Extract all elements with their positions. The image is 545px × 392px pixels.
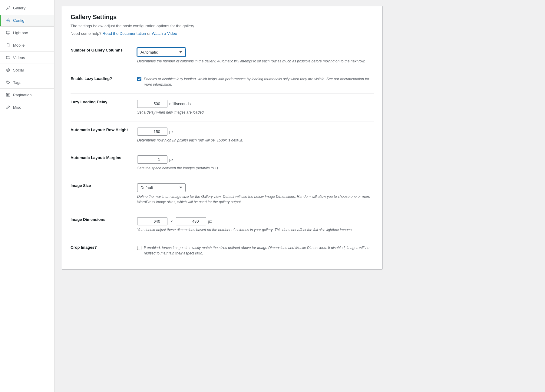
divider-7: [0, 88, 54, 89]
page-title: Gallery Settings: [71, 14, 374, 21]
sidebar-item-lightbox-label: Lightbox: [13, 31, 28, 35]
row-height-desc: Determines how high (in pixels) each row…: [137, 138, 374, 143]
image-dimensions-width-input[interactable]: [137, 217, 167, 225]
image-dimensions-desc: You should adjust these dimensions based…: [137, 227, 374, 233]
sidebar-item-gallery[interactable]: Gallery: [0, 2, 54, 13]
divider-8: [0, 101, 54, 101]
svg-rect-10: [8, 95, 9, 96]
crop-images-checkbox[interactable]: [137, 246, 141, 250]
row-height-label: Automatic Layout: Row Height: [71, 128, 128, 132]
image-size-select[interactable]: Default Thumbnail Medium Large Full Rand…: [137, 183, 186, 192]
svg-rect-8: [8, 94, 9, 95]
watch-video-link[interactable]: Watch a Video: [152, 31, 177, 36]
leaf-icon: [6, 5, 11, 10]
read-docs-link[interactable]: Read the Documentation: [103, 31, 146, 36]
svg-point-3: [8, 46, 8, 46]
lazy-loading-desc: Enables or disables lazy loading, which …: [144, 76, 374, 87]
margins-wrapper: px: [137, 155, 173, 164]
crop-images-checkbox-row: If enabled, forces images to exactly mat…: [137, 245, 374, 256]
sidebar: Gallery Config Lightbox: [0, 0, 54, 392]
divider-1: [0, 14, 54, 14]
row-height-unit: px: [169, 129, 173, 134]
svg-point-5: [7, 81, 8, 82]
crop-images-label: Crop Images?: [71, 245, 97, 250]
gallery-columns-label: Number of Gallery Columns: [71, 48, 123, 52]
image-size-label: Image Size: [71, 183, 91, 188]
sidebar-item-social[interactable]: Social: [0, 65, 54, 75]
margins-input[interactable]: [137, 155, 167, 164]
svg-rect-1: [6, 31, 10, 34]
divider-4: [0, 51, 54, 51]
page-description-line2: Need some help? Read the Documentation o…: [71, 31, 374, 37]
sidebar-item-pagination-label: Pagination: [13, 93, 31, 97]
main-content: Gallery Settings The settings below adju…: [54, 0, 545, 392]
settings-panel: Gallery Settings The settings below adju…: [62, 6, 383, 270]
gallery-columns-select[interactable]: Automatic 123 456: [137, 48, 186, 57]
sidebar-item-pagination[interactable]: Pagination: [0, 89, 54, 100]
row-crop-images: Crop Images? If enabled, forces images t…: [71, 239, 374, 262]
lazy-loading-label: Enable Lazy Loading?: [71, 76, 112, 81]
divider-6: [0, 76, 54, 76]
sidebar-item-tags-label: Tags: [13, 80, 21, 85]
row-gallery-columns: Number of Gallery Columns Automatic 123 …: [71, 42, 374, 70]
row-height-input[interactable]: [137, 128, 167, 136]
lazy-loading-delay-desc: Set a delay when new images are loaded: [137, 110, 374, 115]
svg-rect-4: [6, 56, 9, 59]
monitor-icon: [6, 30, 11, 35]
margins-desc: Sets the space between the images (defau…: [137, 165, 374, 171]
row-image-dimensions: Image Dimensions × px You should adjust …: [71, 211, 374, 239]
lazy-loading-delay-unit: milliseconds: [169, 101, 191, 106]
sidebar-item-mobile[interactable]: Mobile: [0, 40, 54, 51]
lazy-loading-delay-input[interactable]: [137, 100, 167, 108]
sidebar-item-videos-label: Videos: [13, 55, 25, 60]
crop-images-desc: If enabled, forces images to exactly mat…: [144, 245, 374, 256]
divider-2: [0, 26, 54, 27]
settings-table: Number of Gallery Columns Automatic 123 …: [71, 42, 374, 262]
sidebar-item-config-label: Config: [13, 18, 25, 23]
row-lazy-loading-delay: Lazy Loading Delay milliseconds Set a de…: [71, 93, 374, 121]
multiply-sign: ×: [170, 219, 173, 224]
row-height-wrapper: px: [137, 128, 173, 136]
lazy-loading-checkbox[interactable]: [137, 77, 141, 81]
svg-rect-6: [6, 93, 10, 96]
sidebar-item-config[interactable]: Config: [0, 15, 54, 26]
row-row-height: Automatic Layout: Row Height px Determin…: [71, 121, 374, 149]
image-size-desc: Define the maximum image size for the Ga…: [137, 194, 374, 205]
svg-rect-7: [7, 94, 8, 95]
row-image-size: Image Size Default Thumbnail Medium Larg…: [71, 177, 374, 211]
megaphone-icon: [6, 68, 11, 72]
sidebar-item-misc[interactable]: Misc: [0, 102, 54, 113]
sidebar-item-tags[interactable]: Tags: [0, 77, 54, 88]
margins-unit: px: [169, 157, 173, 162]
pagination-icon: [6, 92, 11, 97]
divider-3: [0, 39, 54, 39]
row-margins: Automatic Layout: Margins px Sets the sp…: [71, 149, 374, 177]
sidebar-item-social-label: Social: [13, 68, 24, 72]
lazy-loading-delay-wrapper: milliseconds: [137, 100, 191, 108]
sidebar-item-misc-label: Misc: [13, 105, 21, 110]
tag-icon: [6, 80, 11, 85]
divider-5: [0, 64, 54, 64]
svg-rect-9: [7, 95, 8, 96]
svg-point-0: [8, 20, 9, 21]
row-lazy-loading: Enable Lazy Loading? Enables or disables…: [71, 70, 374, 93]
image-dimensions-unit: px: [208, 219, 212, 224]
margins-label: Automatic Layout: Margins: [71, 155, 121, 160]
lazy-loading-checkbox-row: Enables or disables lazy loading, which …: [137, 76, 374, 87]
sidebar-item-lightbox[interactable]: Lightbox: [0, 27, 54, 38]
gear-icon: [6, 18, 11, 23]
gallery-columns-desc: Determines the number of columns in the …: [137, 58, 374, 64]
video-icon: [6, 55, 11, 60]
sidebar-item-videos[interactable]: Videos: [0, 52, 54, 63]
sidebar-item-mobile-label: Mobile: [13, 43, 25, 48]
page-description-line1: The settings below adjust the basic conf…: [71, 23, 374, 29]
lazy-loading-delay-label: Lazy Loading Delay: [71, 100, 107, 104]
image-dimensions-label: Image Dimensions: [71, 217, 105, 222]
mobile-icon: [6, 43, 11, 48]
image-dimensions-height-input[interactable]: [176, 217, 206, 225]
sidebar-item-gallery-label: Gallery: [13, 6, 25, 10]
image-dimensions-wrapper: × px: [137, 217, 374, 225]
wrench-icon: [6, 105, 11, 110]
